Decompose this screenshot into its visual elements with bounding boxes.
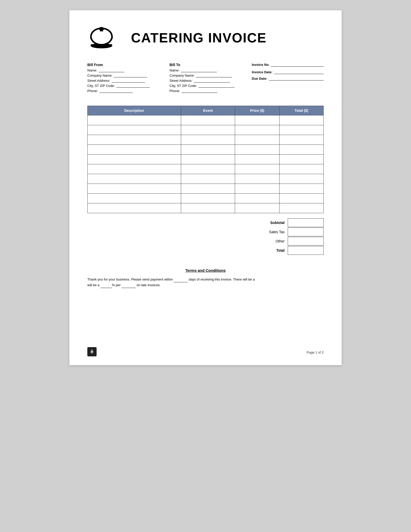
totals-section: Subtotal Sales Tax Other Total [87, 218, 324, 255]
cell-description [88, 164, 181, 174]
total-label: Total [241, 248, 288, 253]
invoice-table: Description Event Price ($) Total ($) [87, 106, 324, 213]
invoice-page: CATERING INVOICE Bill From Name: Company… [69, 10, 342, 365]
table-row [88, 203, 324, 213]
cell-description [88, 203, 181, 213]
table-row [88, 155, 324, 164]
cell-event [181, 115, 235, 125]
terms-text: Thank you for your business. Please send… [87, 277, 324, 288]
cell-total [279, 184, 323, 194]
bill-from-company: Company Name: [87, 74, 170, 77]
invoice-heading: CATERING INVOICE [131, 30, 324, 46]
cell-description [88, 125, 181, 135]
cell-price [235, 184, 279, 194]
cell-total [279, 164, 323, 174]
table-row [88, 125, 324, 135]
bill-to-title: Bill To [170, 63, 252, 67]
invoice-no-row: Invoice No. [252, 63, 324, 67]
table-row [88, 115, 324, 125]
cell-description [88, 184, 181, 194]
bill-to-name: Name: [170, 68, 252, 72]
table-row [88, 184, 324, 194]
cell-event [181, 135, 235, 145]
cell-price [235, 135, 279, 145]
invoice-date-row: Invoice Date: [252, 70, 324, 74]
bill-from-name: Name: [87, 68, 170, 72]
bill-to-phone: Phone: [170, 89, 252, 93]
col-header-event: Event [181, 106, 235, 115]
cell-total [279, 135, 323, 145]
subtotal-label: Subtotal [241, 221, 288, 225]
bill-from-block: Bill From Name: Company Name: Street Add… [87, 63, 170, 94]
cell-event [181, 145, 235, 155]
col-header-description: Description [88, 106, 181, 115]
cell-event [181, 125, 235, 135]
cell-event [181, 203, 235, 213]
header: CATERING INVOICE [87, 26, 324, 50]
terms-title: Terms and Conditions [87, 268, 324, 273]
cell-event [181, 194, 235, 203]
due-date-label: Due Date: [252, 77, 267, 80]
bill-to-block: Bill To Name: Company Name: Street Addre… [170, 63, 252, 94]
cell-price [235, 194, 279, 203]
sales-tax-label: Sales Tax [241, 230, 288, 234]
cell-price [235, 174, 279, 184]
cell-total [279, 194, 323, 203]
table-row [88, 135, 324, 145]
totals-table: Subtotal Sales Tax Other Total [241, 218, 324, 255]
table-row [88, 174, 324, 184]
page-footer: è Page 1 of 2 [87, 347, 324, 357]
cell-total [279, 115, 323, 125]
total-row: Total [241, 246, 324, 255]
cell-event [181, 155, 235, 164]
table-row [88, 164, 324, 174]
bill-to-company: Company Name: [170, 74, 252, 77]
cell-price [235, 203, 279, 213]
terms-text-part2: days of receiving this invoice. There wi… [189, 277, 255, 281]
cell-total [279, 174, 323, 184]
cell-price [235, 125, 279, 135]
bill-from-street: Street Address: [87, 79, 170, 83]
bill-to-street: Street Address: [170, 79, 252, 83]
cell-total [279, 155, 323, 164]
footer-logo-icon: è [87, 347, 97, 357]
cell-description [88, 115, 181, 125]
bill-from-city: City, ST ZIP Code: [87, 84, 170, 88]
catering-icon [87, 26, 116, 49]
terms-section: Terms and Conditions Thank you for your … [87, 268, 324, 288]
cell-description [88, 135, 181, 145]
bill-to-city: City, ST ZIP Code: [170, 84, 252, 88]
terms-text-part1: Thank you for your business. Please send… [87, 277, 173, 281]
cell-description [88, 155, 181, 164]
cell-description [88, 174, 181, 184]
table-header-row: Description Event Price ($) Total ($) [88, 106, 324, 115]
subtotal-row: Subtotal [241, 218, 324, 227]
total-value [288, 246, 324, 255]
col-header-price: Price ($) [235, 106, 279, 115]
table-row [88, 194, 324, 203]
svg-rect-5 [92, 37, 111, 38]
col-header-total: Total ($) [279, 106, 323, 115]
invoice-date-label: Invoice Date: [252, 70, 273, 74]
subtotal-value [288, 218, 324, 227]
cell-description [88, 194, 181, 203]
bill-from-title: Bill From [87, 63, 170, 67]
cell-event [181, 174, 235, 184]
svg-text:è: è [90, 349, 93, 354]
cell-event [181, 164, 235, 174]
cell-price [235, 155, 279, 164]
cell-total [279, 125, 323, 135]
sales-tax-row: Sales Tax [241, 228, 324, 236]
cell-total [279, 203, 323, 213]
other-label: Other [241, 239, 288, 243]
logo-area [87, 26, 123, 50]
invoice-info-block: Invoice No. Invoice Date: Due Date: [252, 63, 324, 94]
cell-event [181, 184, 235, 194]
cell-description [88, 145, 181, 155]
bill-from-phone: Phone: [87, 89, 170, 93]
cell-price [235, 164, 279, 174]
other-value [288, 237, 324, 246]
bill-section: Bill From Name: Company Name: Street Add… [87, 63, 324, 94]
due-date-row: Due Date: [252, 77, 324, 80]
invoice-title: CATERING INVOICE [123, 30, 324, 46]
